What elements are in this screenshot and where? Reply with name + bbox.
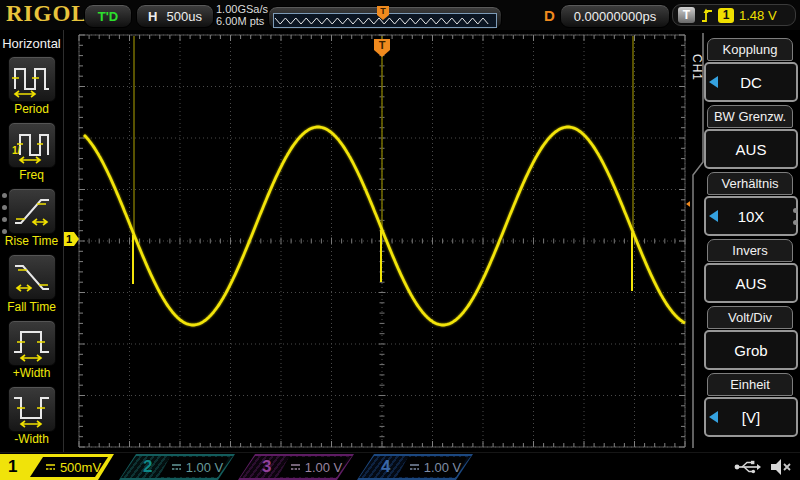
menu-item-value-box: Grob bbox=[704, 330, 798, 370]
horizontal-measure-menu: Horizontal Period 1/ Freq bbox=[0, 30, 64, 452]
measure-label-rise-time: Rise Time bbox=[0, 234, 63, 248]
system-icons bbox=[733, 457, 793, 477]
timebase-value: 500us bbox=[166, 9, 201, 24]
channel-4-status[interactable]: 4 1.00 V bbox=[357, 454, 474, 480]
left-menu-title: Horizontal bbox=[0, 36, 63, 51]
channel-2-scale-box: 1.00 V bbox=[159, 457, 229, 477]
measure-item-period[interactable] bbox=[8, 56, 56, 102]
top-status-bar: RIGOL T'D H 500us 1.00GSa/s 6.00M pts T … bbox=[0, 0, 800, 30]
channel-3-number: 3 bbox=[262, 457, 271, 477]
delay-readout: 0.00000000ps bbox=[560, 4, 670, 28]
trigger-t-badge: T bbox=[678, 7, 695, 23]
memory-depth: 6.00M pts bbox=[216, 15, 268, 27]
menu-item-header: Invers bbox=[707, 239, 793, 262]
channel-2-number: 2 bbox=[143, 457, 152, 477]
channel-1-status[interactable]: 1 500mV bbox=[0, 454, 116, 480]
sample-rate: 1.00GSa/s bbox=[216, 3, 268, 15]
measure-label-plus-width: +Width bbox=[0, 366, 63, 380]
minus-width-icon bbox=[12, 390, 52, 428]
channel-status-bar: 1 500mV 2 1.00 V 3 bbox=[0, 452, 800, 480]
menu-item-value: DC bbox=[740, 74, 762, 91]
channel-3-scale: 1.00 V bbox=[305, 460, 343, 475]
horizontal-label: H bbox=[148, 9, 157, 24]
channel-1-scale: 500mV bbox=[60, 460, 101, 475]
channel-2-scale: 1.00 V bbox=[186, 460, 224, 475]
select-arrow-icon bbox=[709, 76, 718, 88]
measure-item-plus-width[interactable] bbox=[8, 320, 56, 366]
measure-label-freq: Freq bbox=[0, 168, 63, 182]
dc-coupling-icon bbox=[171, 462, 182, 472]
menu-item-value: Grob bbox=[734, 342, 767, 359]
speaker-muted-icon bbox=[769, 457, 793, 477]
oscilloscope-screen: T1 RIGOL T'D H 500us 1.00GSa/s 6.00M pts… bbox=[0, 0, 800, 480]
usb-icon bbox=[733, 458, 761, 476]
right-page-dot bbox=[793, 220, 798, 225]
rising-edge-icon bbox=[700, 7, 713, 24]
dc-coupling-icon bbox=[290, 462, 301, 472]
measure-item-freq[interactable]: 1/ bbox=[8, 122, 56, 168]
svg-text:1: 1 bbox=[66, 233, 72, 245]
measure-item-minus-width[interactable] bbox=[8, 386, 56, 432]
svg-text:T: T bbox=[379, 39, 386, 51]
select-arrow-icon bbox=[709, 411, 718, 423]
trigger-source-badge: 1 bbox=[718, 8, 734, 23]
menu-item-value: AUS bbox=[736, 275, 767, 292]
acquisition-info: 1.00GSa/s 6.00M pts bbox=[216, 3, 268, 27]
left-page-dot bbox=[2, 193, 7, 198]
channel-3-status[interactable]: 3 1.00 V bbox=[238, 454, 355, 480]
left-page-dot bbox=[2, 229, 7, 234]
select-arrow-icon bbox=[709, 210, 718, 222]
measure-label-period: Period bbox=[0, 102, 63, 116]
menu-item-header: Verhältnis bbox=[707, 172, 793, 195]
left-page-dot bbox=[2, 205, 7, 210]
menu-item-value: AUS bbox=[736, 141, 767, 158]
channel-4-scale-box: 1.00 V bbox=[397, 457, 467, 477]
right-page-dot bbox=[793, 208, 798, 213]
measure-item-rise-time[interactable] bbox=[8, 188, 56, 234]
channel-1-number: 1 bbox=[8, 457, 17, 477]
menu-item-header: Einheit bbox=[707, 373, 793, 396]
dc-coupling-icon bbox=[409, 462, 420, 472]
menu-item-header: Volt/Div bbox=[707, 306, 793, 329]
measure-item-fall-time[interactable] bbox=[8, 254, 56, 300]
svg-text:1/: 1/ bbox=[12, 145, 21, 156]
plus-width-icon bbox=[12, 324, 52, 362]
channel-3-scale-box: 1.00 V bbox=[278, 457, 348, 477]
menu-item-value-box: 10X bbox=[704, 196, 798, 236]
menu-item-value: 10X bbox=[738, 208, 765, 225]
channel-4-number: 4 bbox=[381, 457, 390, 477]
trigger-status-badge: T'D bbox=[84, 4, 132, 28]
measure-label-fall-time: Fall Time bbox=[0, 300, 63, 314]
menu-item-value-box: AUS bbox=[704, 129, 798, 169]
period-icon bbox=[12, 60, 52, 98]
delay-label: D bbox=[544, 7, 555, 24]
left-page-dot bbox=[2, 217, 7, 222]
channel-1-scale-box: 500mV bbox=[30, 457, 108, 477]
channel-menu-panel: CH1 Kopplung DC BW Grenzw. AUS Verhältni… bbox=[690, 30, 800, 452]
rigol-logo: RIGOL bbox=[6, 1, 88, 27]
waveform-display: T1 bbox=[0, 0, 800, 480]
freq-icon: 1/ bbox=[12, 126, 52, 164]
menu-item-value: [V] bbox=[742, 409, 760, 426]
timebase-button[interactable]: H 500us bbox=[136, 4, 214, 28]
menu-item-value-box: DC bbox=[704, 62, 798, 102]
rise-time-icon bbox=[12, 192, 52, 230]
channel-2-status[interactable]: 2 1.00 V bbox=[119, 454, 236, 480]
channel-4-scale: 1.00 V bbox=[424, 460, 462, 475]
channel-tab-label: CH1 bbox=[690, 54, 704, 81]
trigger-position-marker-icon[interactable]: T bbox=[375, 5, 391, 22]
menu-item-value-box: [V] bbox=[704, 397, 798, 437]
menu-item-header: Kopplung bbox=[707, 38, 793, 61]
fall-time-icon bbox=[12, 258, 52, 296]
trigger-readout-group[interactable]: T 1 1.48 V bbox=[672, 4, 796, 26]
menu-item-header: BW Grenzw. bbox=[707, 105, 793, 128]
svg-text:T: T bbox=[380, 6, 386, 16]
trigger-level-readout: 1.48 V bbox=[739, 8, 777, 23]
dc-coupling-icon bbox=[45, 462, 56, 472]
measure-label-minus-width: -Width bbox=[0, 432, 63, 446]
menu-item-value-box: AUS bbox=[704, 263, 798, 303]
